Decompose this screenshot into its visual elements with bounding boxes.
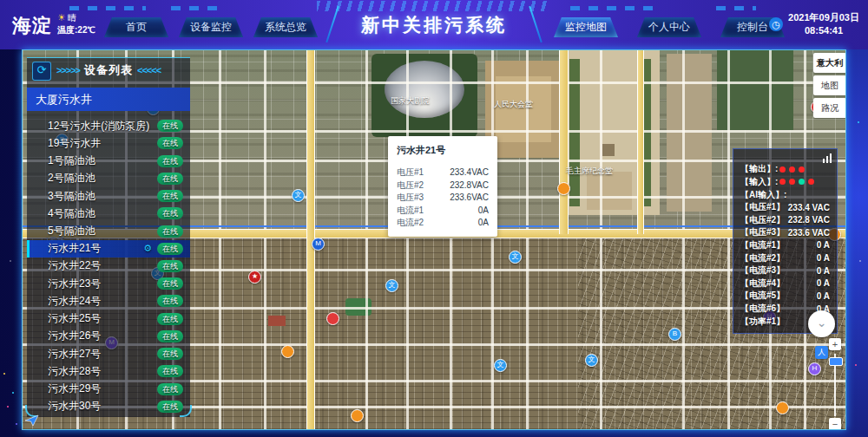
device-list-item[interactable]: 污水井22号在线 (27, 258, 190, 275)
device-list-item[interactable]: 3号隔油池在线 (27, 187, 190, 205)
refresh-icon[interactable]: ⟳ (32, 62, 51, 81)
device-label: 污水井22号 (48, 258, 157, 273)
device-list-item[interactable]: 12号污水井(消防泵房)在线 (27, 117, 190, 134)
device-list-item[interactable]: 5号隔油池在线 (27, 222, 190, 239)
reading-value: 0A (478, 205, 489, 218)
device-list: 12号污水井(消防泵房)在线19号污水井在线1号隔油池在线2号隔油池在线3号隔油… (27, 117, 190, 415)
device-category-header[interactable]: 大厦污水井 (27, 88, 190, 111)
status-dot-icon (789, 179, 795, 185)
device-label: 5号隔油池 (48, 224, 157, 238)
reading-label: 电压#1 (397, 166, 424, 179)
poi-marker-icon[interactable] (776, 401, 789, 414)
zoom-in-button[interactable]: + (829, 338, 841, 350)
map-feature-dome (385, 61, 464, 118)
device-label: 污水井26号 (48, 329, 157, 343)
online-status-badge: 在线 (157, 313, 183, 325)
map-canvas[interactable]: 国家大剧院人民大会堂毛主席纪念堂1号线 文B文文M文文文B文HHM★ 污水井21… (22, 49, 846, 430)
device-list-item[interactable]: 19号污水井在线 (27, 134, 190, 152)
panel-reading-label: 【电流#5】 (740, 290, 785, 302)
reading-value: 233.4VAC (450, 166, 489, 179)
reading-value: 0A (478, 217, 489, 230)
map-layer-option[interactable]: 路况 (813, 98, 846, 118)
map-road (450, 50, 452, 429)
header-dots-deco (716, 6, 756, 10)
panel-status-label: 【输入】: (740, 176, 778, 188)
panel-reading-label: 【电压#2】 (740, 214, 785, 226)
panel-reading-value: 0 A (817, 278, 830, 288)
device-list-item[interactable]: 污水井26号在线 (27, 328, 190, 345)
poi-marker-icon[interactable] (351, 409, 364, 422)
district-label: 海淀 (12, 13, 52, 39)
status-dots (779, 179, 814, 185)
nav-button[interactable]: 系统总览 (253, 17, 318, 37)
poi-marker-icon[interactable] (281, 345, 294, 358)
gear-icon[interactable]: ⚙ (143, 243, 152, 254)
poi-marker-icon[interactable]: 文 (509, 251, 522, 264)
nav-button[interactable]: 首页 (104, 17, 168, 37)
status-dot-icon (799, 166, 805, 173)
panel-collapse-button[interactable]: ⌄ (808, 310, 835, 337)
title-frame-line (326, 6, 339, 42)
device-list-item[interactable]: 污水井25号在线 (27, 310, 190, 328)
map-road (219, 50, 221, 429)
device-list-item[interactable]: 污水井29号在线 (27, 381, 190, 398)
time-label: 08:54:41 (788, 24, 859, 37)
nav-button[interactable]: 设备监控 (179, 17, 243, 37)
zoom-slider-handle[interactable] (829, 357, 843, 366)
chevrons-deco: <<<<< (137, 65, 161, 75)
status-dots (779, 166, 805, 173)
device-label: 污水井25号 (48, 311, 157, 326)
map-layer-option[interactable]: 意大利 (813, 53, 846, 73)
panel-status-row: 【输入】: (740, 176, 830, 189)
nav-button[interactable]: 监控地图 (554, 17, 618, 37)
online-status-badge: 在线 (157, 173, 183, 185)
streetview-pegman-icon[interactable]: 人 (815, 346, 828, 359)
top-header: 海淀 ☀晴 温度:22℃ 首页设备监控系统总览 新中关排污系统 监控地图个人中心… (0, 0, 868, 49)
map-road (365, 50, 368, 429)
online-status-badge: 在线 (157, 295, 183, 307)
zoom-out-button[interactable]: − (829, 418, 841, 430)
panel-status-row: 【输出】: (740, 163, 830, 176)
chevrons-deco: >>>>> (56, 65, 80, 75)
reading-value: 233.6VAC (450, 192, 489, 205)
map-road (682, 50, 685, 429)
poi-marker-icon[interactable] (557, 182, 570, 195)
poi-marker-icon[interactable]: 文 (292, 189, 305, 202)
dashboard-root: 海淀 ☀晴 温度:22℃ 首页设备监控系统总览 新中关排污系统 监控地图个人中心… (0, 0, 868, 437)
device-list-item[interactable]: 污水井21号⚙在线 (27, 240, 190, 258)
poi-marker-icon[interactable] (326, 312, 339, 325)
poi-marker-icon[interactable]: 文 (385, 279, 398, 292)
device-list-item[interactable]: 污水井28号在线 (27, 362, 190, 380)
map-road (264, 50, 266, 429)
device-list-item[interactable]: 污水井30号在线 (27, 398, 190, 415)
panel-reading-value: 232.8 VAC (788, 215, 830, 225)
poi-marker-icon[interactable]: 文 (585, 354, 598, 367)
device-list-item[interactable]: 2号隔油池在线 (27, 170, 190, 187)
device-list-item[interactable]: 污水井27号在线 (27, 345, 190, 362)
map-feature (602, 144, 615, 156)
map-layer-option[interactable]: 地图 (813, 75, 846, 95)
poi-marker-icon[interactable]: B (668, 328, 681, 341)
poi-marker-icon[interactable]: H (808, 362, 821, 375)
device-list-header: ⟳ >>>>> 设备列表 <<<<< (27, 58, 190, 82)
nav-group-right: 监控地图个人中心控制台 (554, 17, 785, 37)
panel-reading-row: 【电流#2】0 A (740, 251, 830, 264)
device-list-item[interactable]: 1号隔油池在线 (27, 152, 190, 169)
popup-reading-row: 电流#10A (397, 205, 489, 218)
poi-marker-icon[interactable]: M (312, 238, 325, 251)
map-feature (587, 172, 632, 210)
device-list-item[interactable]: 污水井23号在线 (27, 275, 190, 292)
device-list-item[interactable]: 污水井24号在线 (27, 292, 190, 310)
poi-marker-icon[interactable]: ★ (248, 271, 261, 284)
poi-marker-icon[interactable]: 文 (494, 359, 507, 372)
map-road (406, 50, 409, 429)
reading-label: 电流#1 (397, 205, 424, 218)
panel-reading-row: 【电流#5】0 A (740, 290, 830, 303)
panel-reading-label: 【电压#1】 (740, 201, 785, 213)
device-status-panel: 【输出】:【输入】:【AI输入】:【电压#1】233.4 VAC【电压#2】23… (733, 148, 838, 334)
device-list-item[interactable]: 4号隔油池在线 (27, 205, 190, 222)
device-label: 污水井28号 (48, 364, 157, 379)
nav-button[interactable]: 个人中心 (637, 17, 701, 37)
reading-label: 电压#2 (397, 179, 424, 192)
panel-reading-row: 【电压#3】233.6 VAC (740, 226, 830, 239)
